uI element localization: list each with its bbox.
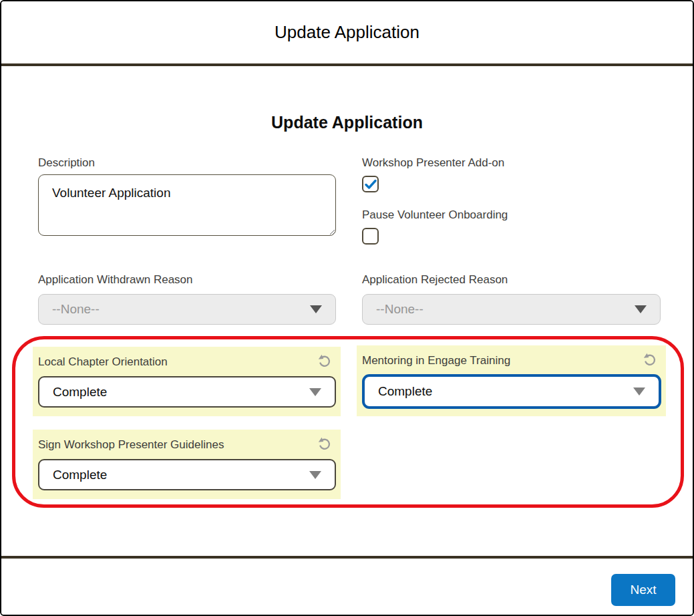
select-value: Complete	[378, 384, 633, 399]
checkmark-icon	[365, 179, 377, 190]
chevron-down-icon	[635, 305, 647, 313]
local-chapter-orientation-select[interactable]: Complete	[38, 376, 336, 408]
modal-body: Update Application Description Volunteer…	[1, 69, 693, 556]
modal-title: Update Application	[275, 22, 419, 43]
modal-header: Update Application	[1, 1, 693, 66]
pause-volunteer-onboarding-label: Pause Volunteer Onboarding	[362, 208, 508, 222]
update-application-modal: Update Application Update Application De…	[0, 0, 694, 616]
description-textarea[interactable]: Volunteer Application	[38, 174, 336, 236]
chevron-down-icon	[310, 305, 322, 313]
application-rejected-reason-select: --None--	[362, 294, 661, 325]
local-chapter-orientation-field: Local Chapter Orientation Complete	[33, 347, 341, 416]
application-withdrawn-reason-label: Application Withdrawn Reason	[38, 273, 193, 287]
mentoring-in-engage-training-select[interactable]: Complete	[362, 374, 661, 409]
description-label: Description	[38, 156, 95, 170]
application-withdrawn-reason-select: --None--	[38, 294, 336, 325]
sign-workshop-presenter-guidelines-label: Sign Workshop Presenter Guidelines	[38, 438, 224, 452]
page-title: Update Application	[1, 113, 693, 132]
sign-workshop-presenter-guidelines-field: Sign Workshop Presenter Guidelines Compl…	[33, 430, 341, 499]
workshop-presenter-addon-label: Workshop Presenter Add-on	[362, 156, 504, 170]
pause-volunteer-onboarding-checkbox[interactable]	[362, 228, 379, 245]
select-value: --None--	[376, 302, 635, 317]
mentoring-in-engage-training-field: Mentoring in Engage Training Complete	[357, 345, 666, 416]
undo-icon[interactable]	[317, 353, 333, 369]
select-value: --None--	[52, 302, 310, 317]
select-value: Complete	[53, 385, 309, 400]
undo-icon[interactable]	[317, 436, 333, 452]
modal-footer: Next	[1, 556, 693, 615]
workshop-presenter-addon-checkbox[interactable]	[362, 176, 379, 192]
select-value: Complete	[53, 468, 309, 482]
chevron-down-icon	[309, 388, 321, 396]
undo-icon[interactable]	[642, 351, 658, 367]
chevron-down-icon	[633, 388, 645, 396]
chevron-down-icon	[309, 471, 321, 479]
application-rejected-reason-label: Application Rejected Reason	[362, 273, 508, 287]
sign-workshop-presenter-guidelines-select[interactable]: Complete	[38, 459, 336, 490]
mentoring-in-engage-training-label: Mentoring in Engage Training	[362, 354, 510, 367]
next-button[interactable]: Next	[611, 574, 675, 606]
local-chapter-orientation-label: Local Chapter Orientation	[38, 355, 168, 369]
